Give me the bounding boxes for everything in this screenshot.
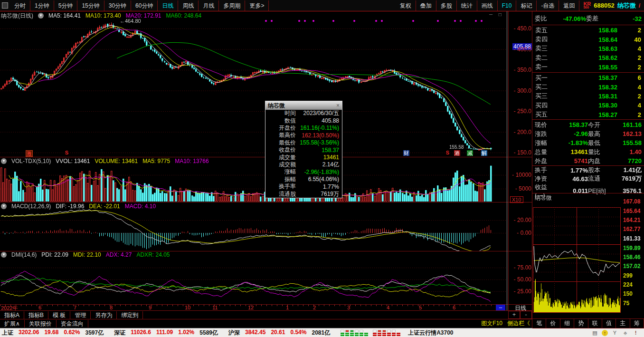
menu-item[interactable]: 分时 <box>10 0 30 11</box>
chart-event-marker[interactable]: 激 <box>26 150 33 157</box>
side-link[interactable]: 图文F10 <box>481 319 502 327</box>
menu-item[interactable]: 更多> <box>245 0 269 11</box>
tooltip-titlebar[interactable]: 纳芯微 × <box>265 101 342 110</box>
window-icon[interactable] <box>2 2 8 9</box>
trophy-icon[interactable]: Y <box>611 329 618 336</box>
dmi-values: DMI(14,6)PDI: 22.09MDI: 22.10ADX: 4.27AD… <box>11 251 170 258</box>
divider <box>532 11 532 328</box>
bottom-tab[interactable]: 绑定到 <box>117 311 143 319</box>
tooltip-row: 时间2023/06/30/五 <box>265 110 342 117</box>
coin-icon[interactable]: ↑ <box>602 330 608 336</box>
buy-level-row[interactable]: 买五158.272 <box>532 110 644 119</box>
splitter-handle[interactable] <box>507 11 507 310</box>
bottom-tab[interactable]: 管理 <box>70 311 91 319</box>
bottom-tab[interactable]: 模 板 <box>48 311 70 319</box>
chart-event-marker[interactable]: 财 <box>403 150 409 156</box>
intraday-volume-label: 299 <box>623 272 633 279</box>
chart-event-marker[interactable]: S <box>445 150 450 155</box>
buy-level-row[interactable]: 买一158.376 <box>532 73 644 82</box>
sell-level-row[interactable]: 卖三158.634 <box>532 44 644 53</box>
level-label: 买三 <box>535 92 556 100</box>
level-price: 158.64 <box>556 36 617 43</box>
close-icon[interactable]: × <box>336 102 340 109</box>
menu-item[interactable]: 多股 <box>436 0 457 11</box>
menu-item[interactable]: 复权 <box>396 0 416 11</box>
quote-tab[interactable]: 笔 <box>532 319 546 328</box>
x-axis-label: 3 <box>347 305 350 310</box>
menu-item[interactable]: 30分钟 <box>104 0 131 11</box>
quote-tab[interactable]: 筹 <box>630 319 644 328</box>
quote-tab[interactable]: 价 <box>546 319 560 328</box>
chevron-down-icon[interactable]: ▾ <box>1 203 7 209</box>
info-value: 1.77% <box>557 167 588 174</box>
menu-item[interactable]: 1分钟 <box>30 0 54 11</box>
bottom-tab[interactable]: 关联报价 <box>25 320 57 327</box>
chart-event-marker[interactable]: 减 <box>467 150 473 156</box>
menu-item[interactable]: -自选 <box>537 0 559 11</box>
sell-level-row[interactable]: 卖二158.622 <box>532 53 644 62</box>
chevron-down-icon[interactable]: ▾ <box>38 13 44 19</box>
index-quote-segment[interactable]: 上证3202.0619.680.62%3597亿 <box>2 329 104 337</box>
bottom-tab[interactable]: 扩展∧ <box>0 320 25 327</box>
menu-item[interactable]: 标记 <box>516 0 537 11</box>
report-icon[interactable]: ▤ <box>591 329 598 336</box>
bottom-tab[interactable]: 另存为 <box>91 311 117 319</box>
y-axis-label: 20.00 <box>514 217 531 223</box>
index-quote-segment[interactable]: 沪深3842.4520.610.54%2081亿 <box>228 329 330 337</box>
quote-tab[interactable]: 势 <box>574 319 588 328</box>
tooltip-row-value: 1.77% <box>296 183 339 190</box>
alert-icon[interactable]: ! <box>632 329 639 336</box>
stock-name: 纳芯微 <box>617 1 636 10</box>
intraday-price-label: 167.08 <box>623 198 641 205</box>
info-value: 46.63 <box>557 175 588 183</box>
menu-item[interactable]: 叠加 <box>416 0 436 11</box>
buy-level-row[interactable]: 买四158.304 <box>532 101 644 110</box>
chart-event-marker[interactable]: 港 <box>454 150 460 156</box>
quote-tab[interactable]: 值 <box>602 319 616 328</box>
sell-level-row[interactable]: 卖五158.682 <box>532 26 644 35</box>
chart-event-marker[interactable]: 解 <box>481 150 487 156</box>
chart-event-marker[interactable]: S <box>65 150 69 155</box>
tooltip-row-label: 流通股 <box>268 190 296 198</box>
bottom-tab[interactable]: 指标A <box>0 311 24 319</box>
menu-item[interactable]: 周线 <box>178 0 199 11</box>
chart-corner-icons[interactable]: ─ □ <box>489 12 504 17</box>
bottom-tab[interactable]: 指标B <box>24 311 48 319</box>
buy-level-row[interactable]: 买三158.312 <box>532 92 644 101</box>
index-value: 1.02% <box>178 329 194 337</box>
info-label: 外盘 <box>535 157 557 165</box>
menu-item[interactable]: 60分钟 <box>131 0 158 11</box>
tree-icon[interactable]: ♣ <box>622 329 629 336</box>
quote-tab[interactable]: 主 <box>616 319 630 328</box>
buy-level-row[interactable]: 买二158.324 <box>532 82 644 91</box>
menu-item[interactable]: 日线 <box>158 0 178 11</box>
intraday-chart-canvas[interactable] <box>532 200 623 318</box>
sell-level-row[interactable]: 卖一158.552 <box>532 63 644 72</box>
menu-item[interactable]: 5分钟 <box>54 0 78 11</box>
info-icon[interactable]: i <box>639 2 640 9</box>
menu-item[interactable]: 15分钟 <box>77 0 104 11</box>
y-axis-label: 450.0 <box>514 25 531 32</box>
bottom-tab[interactable]: 资金流向 <box>57 320 88 327</box>
info-row: 现价158.37今开161.16 <box>532 120 644 129</box>
menu-item[interactable]: 画线 <box>477 0 498 11</box>
period-label[interactable]: 日线 <box>510 304 531 312</box>
menu-item[interactable]: 月线 <box>199 0 219 11</box>
quote-tab[interactable]: 细 <box>560 319 574 328</box>
chevron-down-icon[interactable]: ▾ <box>1 158 7 164</box>
menu-item[interactable]: F10 <box>498 0 517 11</box>
menu-item[interactable]: 多周期 <box>219 0 245 11</box>
chevron-down-icon[interactable]: ▾ <box>1 252 7 258</box>
level-price: 158.37 <box>556 74 617 81</box>
index-quote-segment[interactable]: 深证11026.6111.091.02%5589亿 <box>114 329 218 337</box>
quote-tab[interactable]: 联 <box>588 319 602 328</box>
indicator-value: VVOL: 13461 <box>56 158 90 164</box>
tooltip-row: 振幅6.55(4.06%) <box>265 176 342 183</box>
signal-dot-icon <box>375 20 377 22</box>
menu-item[interactable]: 统计 <box>457 0 477 11</box>
menu-item[interactable]: 返回 <box>559 0 579 11</box>
index-value: 0.54% <box>290 329 306 337</box>
sell-level-row[interactable]: 卖四158.6440 <box>532 35 644 44</box>
side-links: 图文F10侧边栏《 <box>481 319 530 327</box>
side-link[interactable]: 侧边栏《 <box>507 319 530 327</box>
